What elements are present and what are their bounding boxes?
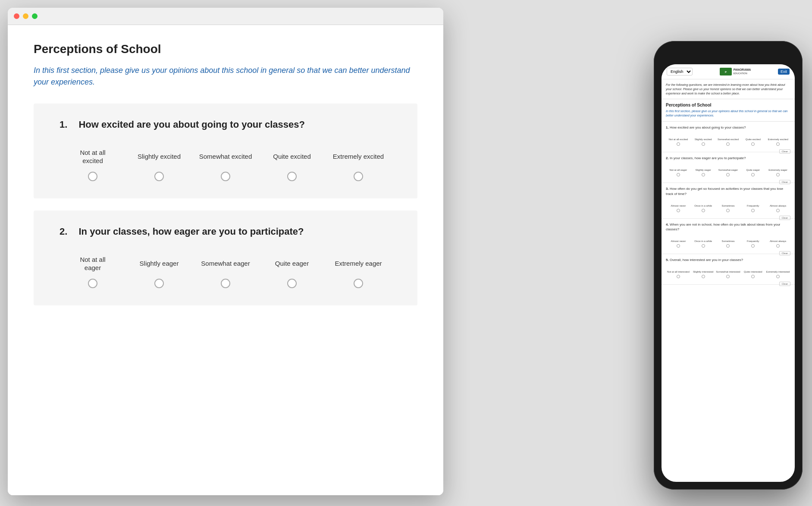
phone-option-label: Frequently bbox=[747, 235, 759, 243]
phone-radio[interactable] bbox=[677, 244, 680, 248]
radio-button[interactable] bbox=[354, 279, 363, 288]
phone-radio[interactable] bbox=[726, 142, 730, 146]
phone-radio[interactable] bbox=[776, 142, 780, 146]
phone-radio[interactable] bbox=[702, 244, 705, 248]
phone-option: Somewhat interested bbox=[716, 266, 741, 278]
option-label: Somewhat excited bbox=[199, 148, 252, 166]
radio-button[interactable] bbox=[287, 279, 297, 288]
logo-icon: P bbox=[720, 68, 732, 75]
phone-inner[interactable]: For the following questions, we are inte… bbox=[662, 79, 795, 482]
phone-q1-text: How excited are you about going to your … bbox=[670, 126, 746, 129]
phone-q5-label: 5. Overall, how interested are you in yo… bbox=[666, 258, 790, 262]
exit-button[interactable]: Exit bbox=[778, 69, 790, 75]
phone-radio[interactable] bbox=[776, 275, 780, 278]
phone-q5-clear[interactable]: Clear bbox=[779, 282, 790, 286]
phone-radio[interactable] bbox=[776, 244, 780, 248]
phone-option: Quite excited bbox=[740, 133, 765, 146]
phone-q4-options: Almost never Once in a while Sometimes bbox=[666, 235, 790, 248]
logo-text: PANORAMAEDUCATION bbox=[734, 68, 751, 75]
phone-q2-clear[interactable]: Clear bbox=[779, 180, 790, 184]
phone-radio[interactable] bbox=[726, 209, 730, 212]
phone-radio[interactable] bbox=[677, 142, 680, 146]
phone-option-label: Almost never bbox=[671, 235, 686, 243]
phone-q2-number: 2. bbox=[666, 156, 670, 160]
radio-button[interactable] bbox=[287, 172, 297, 181]
phone-q3-number: 3. bbox=[666, 187, 670, 191]
phone-option-label: Sometimes bbox=[721, 200, 734, 207]
radio-button[interactable] bbox=[354, 172, 363, 181]
phone-question-4: 4. When you are not in school, how often… bbox=[662, 219, 795, 254]
option-label: Not at alleager bbox=[80, 255, 105, 273]
page-subtitle: In this first section, please give us yo… bbox=[34, 65, 417, 88]
phone-option: Almost never bbox=[666, 235, 691, 248]
phone-radio[interactable] bbox=[702, 275, 705, 278]
phone-intro-text: For the following questions, we are inte… bbox=[662, 79, 795, 99]
phone-screen: English P PANORAMAEDUCATION Exit For the… bbox=[662, 64, 795, 482]
maximize-button[interactable] bbox=[32, 13, 38, 19]
radio-button[interactable] bbox=[221, 279, 230, 288]
phone-radio[interactable] bbox=[751, 275, 755, 278]
phone-q4-label: 4. When you are not in school, how often… bbox=[666, 222, 790, 232]
language-select[interactable]: English bbox=[667, 68, 693, 75]
phone-option: Not at all excited bbox=[666, 133, 691, 146]
option-item: Somewhat excited bbox=[192, 148, 259, 181]
radio-button[interactable] bbox=[88, 172, 97, 181]
phone-option-label: Once in a while bbox=[694, 235, 712, 243]
phone-q1-options: Not at all excited Slightly excited Some… bbox=[666, 133, 790, 146]
phone-q3-clear[interactable]: Clear bbox=[779, 216, 790, 220]
phone-question-3: 3. How often do you get so focused on ac… bbox=[662, 183, 795, 218]
minimize-button[interactable] bbox=[23, 13, 28, 19]
question-2-number: 2. bbox=[60, 226, 67, 237]
phone-radio[interactable] bbox=[751, 142, 755, 146]
phone-radio[interactable] bbox=[751, 244, 755, 248]
phone-option-label: Not at all eager bbox=[670, 164, 687, 172]
phone-radio[interactable] bbox=[726, 275, 730, 278]
phone-radio[interactable] bbox=[677, 209, 680, 212]
question-1-number: 1. bbox=[60, 119, 67, 130]
phone-option: Almost always bbox=[765, 235, 790, 248]
phone-q3-options: Almost never Once in a while Sometimes bbox=[666, 200, 790, 212]
phone-radio[interactable] bbox=[726, 173, 730, 176]
question-2-options: Not at alleager Slightly eager Somewhat … bbox=[60, 255, 392, 288]
titlebar bbox=[8, 8, 443, 25]
question-1-text: How excited are you about going to your … bbox=[78, 119, 304, 130]
phone-q4-number: 4. bbox=[666, 223, 670, 226]
close-button[interactable] bbox=[14, 13, 19, 19]
phone-radio[interactable] bbox=[677, 173, 680, 176]
phone-radio[interactable] bbox=[751, 209, 755, 212]
phone-q5-text: Overall, how interested are you in your … bbox=[670, 258, 743, 262]
phone-radio[interactable] bbox=[776, 173, 780, 176]
phone-option-label: Extremely eager bbox=[768, 164, 787, 172]
radio-button[interactable] bbox=[221, 172, 230, 181]
radio-button[interactable] bbox=[88, 279, 97, 288]
phone-option: Extremely excited bbox=[765, 133, 790, 146]
phone-radio[interactable] bbox=[677, 275, 680, 278]
phone-option-label: Almost never bbox=[671, 200, 686, 207]
radio-button[interactable] bbox=[154, 172, 164, 181]
phone-option: Slightly eager bbox=[691, 164, 716, 176]
option-item: Slightly eager bbox=[126, 255, 192, 288]
phone-radio[interactable] bbox=[702, 209, 705, 212]
phone-q1-clear[interactable]: Clear bbox=[779, 149, 790, 154]
phone-q2-label: 2. In your classes, how eager are you to… bbox=[666, 156, 790, 160]
question-2-label: 2. In your classes, how eager are you to… bbox=[60, 226, 392, 237]
phone-option-label: Slightly eager bbox=[696, 164, 711, 172]
phone-option-label: Almost always bbox=[770, 235, 786, 243]
phone-q2-text: In your classes, how eager are you to pa… bbox=[670, 156, 746, 160]
radio-button[interactable] bbox=[154, 279, 164, 288]
phone-radio[interactable] bbox=[751, 173, 755, 176]
phone-option: Slightly excited bbox=[691, 133, 716, 146]
phone-option-label: Almost always bbox=[770, 200, 786, 207]
phone-radio[interactable] bbox=[702, 142, 705, 146]
phone-option-label: Slightly excited bbox=[695, 133, 712, 141]
phone-option-label: Once in a while bbox=[694, 200, 712, 207]
question-1-block: 1. How excited are you about going to yo… bbox=[34, 104, 417, 198]
option-item: Somewhat eager bbox=[192, 255, 259, 288]
phone-radio[interactable] bbox=[726, 244, 730, 248]
phone-radio[interactable] bbox=[776, 209, 780, 212]
phone-radio[interactable] bbox=[702, 173, 705, 176]
phone-section-title: Perceptions of School bbox=[662, 99, 795, 108]
phone-option-label: Somewhat excited bbox=[718, 133, 739, 141]
phone-q5-number: 5. bbox=[666, 258, 670, 262]
phone-q4-clear[interactable]: Clear bbox=[779, 251, 790, 255]
